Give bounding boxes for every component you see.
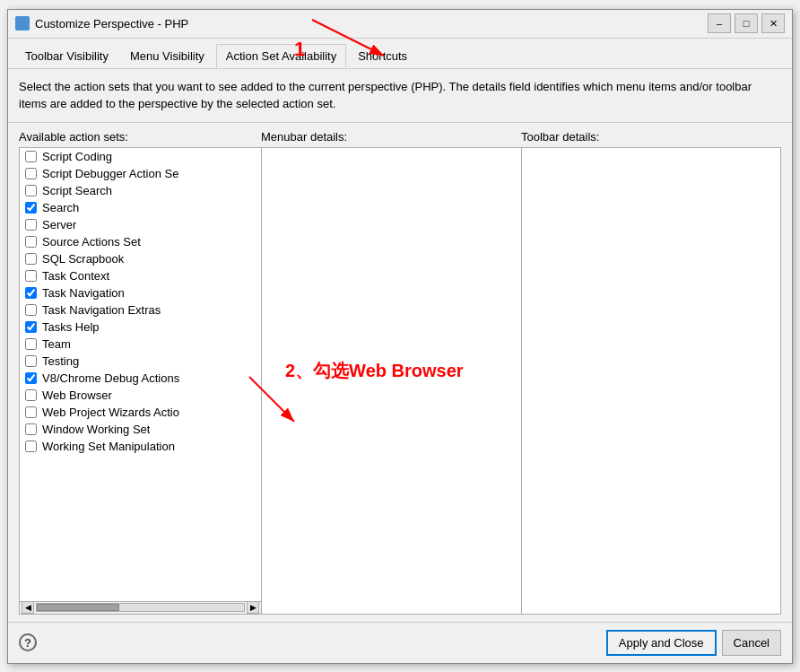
tab-shortcuts[interactable]: Shortcuts [348,44,417,68]
list-item-window-working-set[interactable]: Window Working Set [20,421,261,438]
close-button[interactable]: ✕ [761,13,785,33]
right-column-label: Toolbar details: [521,130,781,144]
apply-close-button[interactable]: Apply and Close [606,630,717,656]
list-item-task-navigation[interactable]: Task Navigation [20,284,261,301]
checkbox-server[interactable] [25,219,37,231]
list-item-source-actions-set[interactable]: Source Actions Set [20,233,261,250]
list-item-search[interactable]: Search [20,199,261,216]
list-item-team[interactable]: Team [20,336,261,353]
label-sql-scrapbook: SQL Scrapbook [42,252,124,266]
checkbox-v8-chrome-debug[interactable] [25,372,37,384]
list-item-tasks-help[interactable]: Tasks Help [20,319,261,336]
minimize-button[interactable]: – [708,13,731,33]
title-bar: Customize Perspective - PHP – □ ✕ [8,10,792,39]
window-controls: – □ ✕ [708,13,785,33]
list-item-v8-chrome-debug[interactable]: V8/Chrome Debug Actions [20,370,261,387]
checkbox-web-project-wizards[interactable] [25,406,37,418]
checkbox-web-browser[interactable] [25,389,37,401]
scroll-track-area[interactable] [36,603,245,612]
tabs-row: Toolbar Visibility Menu Visibility Actio… [8,39,792,69]
label-window-working-set: Window Working Set [42,423,150,436]
tab-action-set-availability[interactable]: Action Set Availability [216,44,346,68]
scroll-thumb[interactable] [37,604,119,611]
tab-menu-visibility[interactable]: Menu Visibility [120,44,214,68]
label-server: Server [42,218,76,231]
checkbox-source-actions-set[interactable] [25,236,37,248]
main-content: Available action sets: Menubar details: … [8,123,792,622]
help-button[interactable]: ? [19,633,37,651]
list-item-testing[interactable]: Testing [20,353,261,370]
list-item-sql-scrapbook[interactable]: SQL Scrapbook [20,250,261,267]
scroll-right-arrow[interactable]: ▶ [247,601,259,614]
checkbox-task-navigation-extras[interactable] [25,304,37,316]
left-column-label: Available action sets: [19,130,261,144]
label-tasks-help: Tasks Help [42,320,100,334]
toolbar-details-panel [522,148,781,614]
description-text: Select the action sets that you want to … [8,69,792,123]
scroll-left-arrow[interactable]: ◀ [22,601,34,614]
action-sets-list[interactable]: Script CodingScript Debugger Action SeSc… [20,148,261,601]
action-sets-panel: Script CodingScript Debugger Action SeSc… [20,148,262,614]
checkbox-script-search[interactable] [25,185,37,196]
label-task-navigation: Task Navigation [42,286,125,300]
cancel-button[interactable]: Cancel [722,630,781,656]
footer: ? Apply and Close Cancel [8,622,792,663]
list-item-task-navigation-extras[interactable]: Task Navigation Extras [20,301,261,319]
checkbox-script-coding[interactable] [25,151,37,162]
list-item-script-debugger[interactable]: Script Debugger Action Se [20,165,261,182]
main-window: Customize Perspective - PHP – □ ✕ Toolba… [7,9,793,664]
window-title: Customize Perspective - PHP [35,17,708,31]
app-icon [15,16,30,31]
checkbox-sql-scrapbook[interactable] [25,253,37,265]
label-source-actions-set: Source Actions Set [42,235,141,249]
tab-toolbar-visibility[interactable]: Toolbar Visibility [15,44,118,68]
label-search: Search [42,201,79,214]
label-web-browser: Web Browser [42,388,112,402]
checkbox-window-working-set[interactable] [25,423,37,435]
label-working-set-manipulation: Working Set Manipulation [42,440,175,453]
list-item-working-set-manipulation[interactable]: Working Set Manipulation [20,438,261,455]
checkbox-working-set-manipulation[interactable] [25,441,37,452]
checkbox-testing[interactable] [25,355,37,367]
list-item-web-browser[interactable]: Web Browser [20,387,261,404]
label-v8-chrome-debug: V8/Chrome Debug Actions [42,371,179,385]
label-script-debugger: Script Debugger Action Se [42,167,178,180]
list-item-task-context[interactable]: Task Context [20,267,261,284]
list-item-web-project-wizards[interactable]: Web Project Wizards Actio [20,404,261,421]
label-task-navigation-extras: Task Navigation Extras [42,303,161,317]
checkbox-team[interactable] [25,338,37,350]
label-script-search: Script Search [42,184,112,197]
footer-buttons: Apply and Close Cancel [606,630,781,656]
columns-area: Script CodingScript Debugger Action SeSc… [19,147,781,615]
restore-button[interactable]: □ [735,13,758,33]
label-testing: Testing [42,354,79,368]
checkbox-script-debugger[interactable] [25,168,37,179]
list-item-script-coding[interactable]: Script Coding [20,148,261,165]
checkbox-task-context[interactable] [25,270,37,282]
label-web-project-wizards: Web Project Wizards Actio [42,406,179,419]
menubar-details-panel [262,148,522,614]
list-item-server[interactable]: Server [20,216,261,233]
checkbox-task-navigation[interactable] [25,287,37,299]
horizontal-scrollbar[interactable]: ◀ ▶ [20,601,261,614]
label-task-context: Task Context [42,269,109,283]
mid-column-label: Menubar details: [261,130,521,144]
checkbox-search[interactable] [25,202,37,214]
checkbox-tasks-help[interactable] [25,321,37,333]
list-item-script-search[interactable]: Script Search [20,182,261,199]
label-team: Team [42,337,71,351]
label-script-coding: Script Coding [42,150,112,163]
